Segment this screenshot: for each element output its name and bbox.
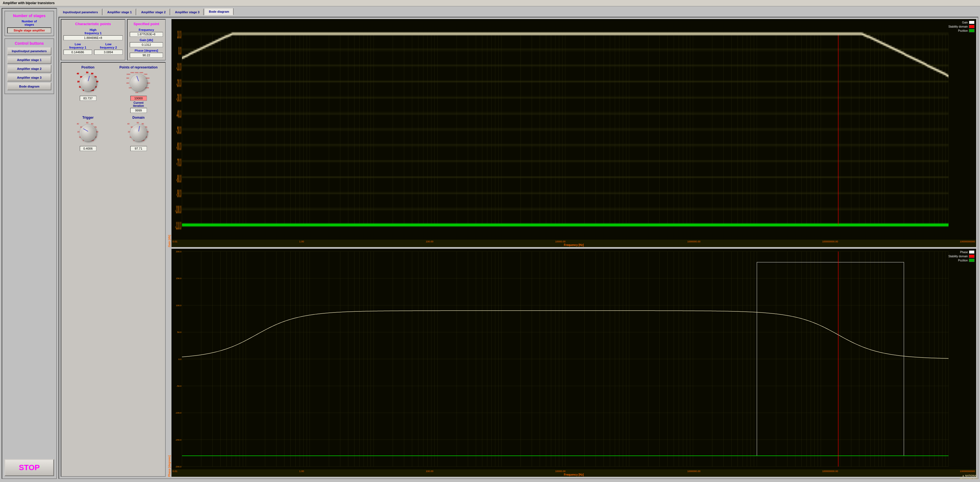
left-content: Characteristic points Highfrequency 1 1.…	[61, 19, 166, 477]
high-freq-value: 1.884696E+8	[64, 35, 123, 40]
trigger-label: Trigger	[82, 116, 94, 119]
tab-amplifier-stage-2[interactable]: Amplifier stage 2	[137, 8, 170, 15]
gain-legend-gain-label: Gain	[962, 21, 968, 24]
points-knob-group: Points of representation 5000 4000 6000 …	[115, 65, 162, 113]
domain-label: Domain	[132, 116, 145, 119]
svg-text:100: 100	[129, 87, 131, 89]
domain-value: 97.71	[130, 146, 147, 151]
top-panels: Characteristic points Highfrequency 1 1.…	[61, 19, 166, 60]
gain-chart-legend: Gain Stability domain Pozition	[948, 21, 974, 32]
position-knob[interactable]: 50 60 70 80 90 100 40 30 20	[76, 70, 100, 95]
position-value: 83.737	[80, 96, 96, 101]
main-container: Number of stages Number ofstages Single …	[0, 6, 980, 480]
svg-text:50: 50	[137, 122, 139, 124]
nav-input-output[interactable]: Input/output parameters	[7, 47, 51, 55]
phase-legend-position: Pozition	[958, 259, 974, 262]
content-area: Characteristic points Highfrequency 1 1.…	[59, 17, 978, 479]
svg-text:50: 50	[86, 72, 88, 73]
domain-knob-group: Domain 50 60 70 80 90 100 40	[115, 116, 162, 151]
spec-gain-label: Gain [db]	[130, 38, 163, 42]
tab-bode-diagram[interactable]: Bode diagram	[204, 8, 233, 15]
svg-text:60: 60	[91, 123, 93, 125]
svg-text:70: 70	[94, 76, 97, 78]
svg-text:50: 50	[86, 122, 88, 124]
domain-knob[interactable]: 50 60 70 80 90 100 40 30 20 10	[126, 121, 151, 145]
phase-chart-legend: Phase Stability domain Pozition	[948, 250, 974, 262]
svg-text:8000: 8000	[146, 77, 150, 79]
position-label: Position	[81, 65, 94, 69]
points-knob[interactable]: 5000 4000 6000 7000 8000 9000 10000 3000…	[126, 70, 151, 95]
svg-text:20: 20	[77, 131, 80, 133]
phase-chart-wrapper: Phase [degrees] Phase	[167, 249, 976, 477]
gain-legend-position-label: Pozition	[958, 29, 968, 32]
stop-button[interactable]: STOP	[5, 459, 54, 476]
phase-x-ticks: 0.01 1.00 100.00 10000.00 1000000.00 100…	[172, 469, 976, 473]
svg-text:40: 40	[127, 123, 129, 125]
phase-chart-axes: Phase Stability domain Pozition	[172, 249, 976, 477]
gain-chart-axes: Gain Stability domain Pozition	[172, 19, 976, 247]
low-freq2-label: Lowfrequency 2	[94, 43, 123, 49]
svg-text:40: 40	[77, 73, 79, 75]
spec-phase-value: 90.22	[130, 53, 163, 58]
domain-knob-body[interactable]	[130, 125, 147, 142]
gain-legend-gain: Gain	[962, 21, 974, 24]
phase-legend-position-label: Pozition	[958, 259, 968, 262]
svg-text:80: 80	[146, 131, 149, 133]
specified-point-box: Specified point Frequency 1.8775353E+8 G…	[127, 19, 166, 60]
svg-text:60: 60	[142, 123, 144, 125]
svg-text:3000: 3000	[126, 73, 130, 75]
spec-gain-value: 0.1312	[130, 42, 163, 47]
left-panel: Number of stages Number ofstages Single …	[2, 8, 57, 479]
nav-amplifier-stage-3[interactable]: Amplifier stage 3	[7, 74, 51, 81]
gain-chart: Gain Stability domain Pozition	[172, 19, 976, 240]
spec-phase-label: Phase [degrees]	[130, 49, 163, 52]
svg-text:20: 20	[77, 81, 80, 83]
right-panel: Input/output parameters Amplifier stage …	[59, 8, 978, 479]
trigger-value: 0.4006	[80, 146, 96, 151]
stop-label: STOP	[19, 463, 40, 472]
points-knob-body[interactable]	[130, 75, 147, 91]
svg-text:60: 60	[91, 73, 93, 75]
spec-freq-label: Frequency	[130, 28, 163, 32]
svg-text:70: 70	[145, 126, 147, 128]
trigger-knob-body[interactable]	[80, 125, 96, 142]
app-title: Amplifier with bipolar transistors	[3, 1, 55, 5]
tab-amplifier-stage-1[interactable]: Amplifier stage 1	[103, 8, 137, 15]
phase-chart: Phase Stability domain Pozition	[172, 249, 976, 469]
current-iter-label: Currentiteration	[133, 101, 144, 107]
points-label: Points of representation	[119, 65, 158, 69]
gain-legend-stability-color	[969, 25, 974, 28]
nav-amplifier-stage-1[interactable]: Amplifier stage 1	[7, 56, 51, 64]
gain-legend-gain-color	[969, 21, 974, 24]
gain-legend-position: Pozition	[958, 29, 974, 32]
svg-text:5000: 5000	[135, 72, 138, 73]
svg-text:1000: 1000	[126, 82, 129, 84]
phase-legend-phase-color	[969, 250, 974, 254]
low-freq1-value: 0.144686	[64, 50, 92, 55]
number-of-stages-title: Number of stages	[7, 14, 51, 18]
svg-text:80: 80	[96, 131, 98, 133]
svg-text:6000: 6000	[140, 72, 143, 73]
svg-text:100: 100	[135, 92, 138, 93]
svg-text:20: 20	[128, 131, 130, 133]
current-iter-value: 9999	[130, 108, 147, 113]
phase-y-label: Phase [degrees]	[167, 249, 172, 477]
nav-bode-diagram[interactable]: Bode diagram	[7, 83, 51, 90]
number-of-stages-subtitle: Number ofstages	[7, 20, 51, 26]
phase-legend-stability: Stability domain	[948, 255, 974, 258]
svg-text:4000: 4000	[130, 72, 134, 73]
control-buttons-section: Control buttons Input/output parameters …	[5, 38, 54, 94]
position-knob-body[interactable]	[80, 75, 96, 91]
nav-amplifier-stage-2[interactable]: Amplifier stage 2	[7, 65, 51, 73]
phase-legend-stability-color	[969, 255, 974, 258]
tab-amplifier-stage-3[interactable]: Amplifier stage 3	[171, 8, 204, 15]
gain-chart-wrapper: Gain [db] Gain	[167, 19, 976, 247]
svg-text:9000: 9000	[146, 82, 150, 84]
phase-legend-phase: Phase	[960, 250, 974, 254]
trigger-knob[interactable]: 50 60 70 80 90 100 40 30 20 10	[76, 121, 100, 145]
gain-legend-position-color	[969, 29, 974, 32]
svg-text:2000: 2000	[126, 77, 129, 79]
gain-legend-stability-label: Stability domain	[948, 25, 968, 28]
tab-input-output[interactable]: Input/output parameters	[59, 8, 102, 15]
number-of-stages-section: Number of stages Number ofstages Single …	[5, 11, 54, 36]
